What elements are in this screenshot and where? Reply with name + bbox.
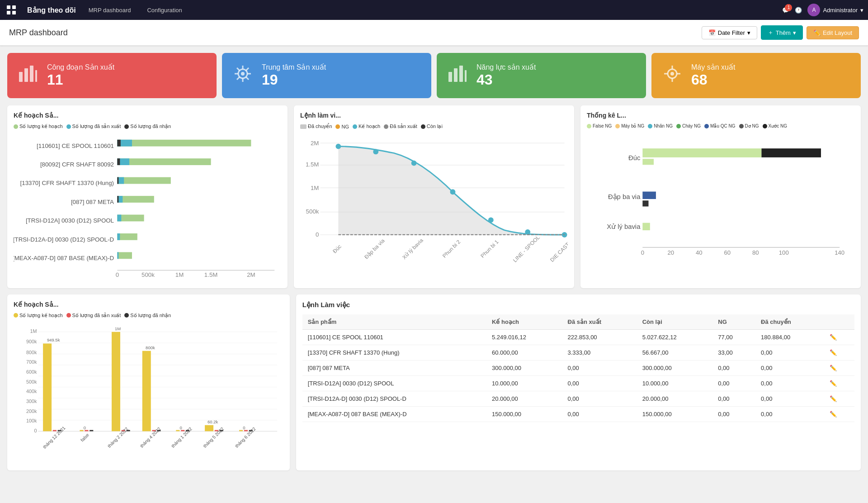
col-actions	[824, 314, 854, 330]
svg-text:300k: 300k	[26, 399, 37, 404]
sub-header-actions: 📅 Date Filter ▾ ＋ Thêm ▾ ✏️ Edit Layout	[702, 25, 859, 40]
svg-text:Xử lý bavia: Xử lý bavia	[607, 223, 641, 230]
app-icon[interactable]	[5, 3, 18, 17]
legend-xuoc-ng-color	[763, 124, 767, 128]
cell-ng: 33,00	[712, 345, 755, 360]
cell-edit[interactable]: ✏️	[824, 375, 854, 391]
svg-rect-89	[642, 192, 656, 199]
svg-rect-121	[43, 343, 52, 431]
legend-item-plan: Số lượng kế hoạch	[14, 123, 63, 129]
page-title: MRP dashboard	[9, 28, 68, 38]
trung-tam-value: 19	[262, 71, 326, 88]
svg-text:500k: 500k	[306, 208, 319, 215]
may-info: Máy sản xuất 68	[691, 63, 735, 88]
row-edit-icon[interactable]: ✏️	[830, 349, 837, 356]
messages-icon[interactable]: 💬 1	[782, 7, 789, 14]
row-edit-icon[interactable]: ✏️	[830, 395, 837, 402]
svg-rect-151	[239, 430, 243, 431]
cell-remaining: 20.000,00	[637, 391, 713, 406]
legend-false-ng: False NG	[587, 123, 612, 128]
cell-ng: 0,00	[712, 406, 755, 422]
bottom-row: Kế hoạch Sả... Số lượng kế hoạch Số lượn…	[7, 294, 861, 471]
legend-item-produced: Số lượng đã sản xuất	[66, 123, 121, 129]
svg-text:500k: 500k	[142, 271, 155, 278]
svg-line-17	[237, 77, 240, 80]
edit-icon: ✏️	[813, 29, 821, 36]
legend-may-bo-color	[615, 124, 620, 128]
row-edit-icon[interactable]: ✏️	[830, 380, 837, 387]
svg-rect-50	[117, 233, 120, 240]
stat-card-may[interactable]: Máy sản xuất 68	[651, 53, 861, 98]
lenh-lam-viec-title: Lệnh làm vi...	[300, 112, 568, 119]
stat-card-nang-luc[interactable]: Năng lực sản xuất 43	[437, 53, 646, 98]
row-edit-icon[interactable]: ✏️	[830, 411, 837, 418]
svg-rect-122	[53, 430, 57, 431]
svg-text:0: 0	[316, 231, 319, 238]
cell-remaining: 5.027.622,12	[637, 329, 713, 345]
svg-rect-126	[80, 430, 83, 431]
svg-text:[087] 087 META: [087] 087 META	[71, 199, 114, 205]
legend-may-bo-label: Máy bỏ NG	[621, 123, 644, 128]
user-info[interactable]: A Administrator ▾	[807, 4, 863, 16]
svg-point-74	[525, 229, 530, 235]
svg-rect-128	[90, 430, 93, 431]
ke-hoach-2-svg: 1M 900k 800k 700k 600k 500k 400k 300k 20…	[14, 322, 283, 463]
clock-icon[interactable]: 🕐	[795, 7, 802, 14]
col-ke-hoach: Kế hoạch	[486, 314, 562, 330]
table-row: [087] 087 META 300.000,00 0,00 300.000,0…	[302, 360, 854, 375]
lenh-lam-viec-chart: Lệnh làm vi... Đã chuyển NG Kế hoạch Đã …	[294, 105, 574, 288]
svg-point-70	[373, 149, 378, 155]
cell-edit[interactable]: ✏️	[824, 406, 854, 422]
legend-xuoc-ng: Xước NG	[763, 123, 787, 128]
svg-rect-6	[30, 66, 33, 82]
nav-configuration[interactable]: Configuration	[143, 5, 185, 15]
cell-edit[interactable]: ✏️	[824, 345, 854, 360]
svg-text:1M: 1M	[115, 326, 121, 331]
cell-product: [TRSI-D12A-D] 0030 (D12) SPOOL-D	[302, 391, 486, 406]
may-icon	[662, 64, 682, 88]
svg-text:800k: 800k	[26, 349, 37, 355]
row-edit-icon[interactable]: ✏️	[830, 365, 837, 371]
cell-plan: 150.000,00	[486, 406, 562, 422]
svg-line-16	[246, 68, 249, 71]
date-filter-button[interactable]: 📅 Date Filter ▾	[702, 26, 757, 39]
cell-transferred: 0,00	[755, 345, 824, 360]
cell-edit[interactable]: ✏️	[824, 391, 854, 406]
nav-mrp-dashboard[interactable]: MRP dashboard	[85, 5, 135, 15]
cell-edit[interactable]: ✏️	[824, 329, 854, 345]
svg-text:0: 0	[84, 425, 86, 430]
legend-da-sx-color	[384, 124, 388, 129]
svg-text:900k: 900k	[26, 339, 37, 344]
svg-text:1M: 1M	[30, 328, 37, 334]
svg-text:140: 140	[835, 249, 844, 256]
stat-card-cong-doan[interactable]: Công đoạn Sản xuất 11	[7, 53, 217, 98]
cell-plan: 300.000,00	[486, 360, 562, 375]
edit-layout-button[interactable]: ✏️ Edit Layout	[807, 26, 859, 39]
legend-ng-color	[335, 124, 340, 129]
svg-text:Đúc: Đúc	[331, 243, 343, 255]
svg-rect-88	[642, 159, 654, 165]
svg-rect-5	[24, 68, 28, 82]
svg-point-69	[335, 144, 341, 149]
row-edit-icon[interactable]: ✏️	[830, 334, 837, 341]
svg-text:0: 0	[243, 425, 245, 430]
cell-transferred: 180.884,00	[755, 329, 824, 345]
table-row: [MEAX-A087-D] 087 BASE (MEAX)-D 150.000,…	[302, 406, 854, 422]
cell-plan: 60.000,00	[486, 345, 562, 360]
cell-edit[interactable]: ✏️	[824, 360, 854, 375]
svg-rect-46	[117, 196, 118, 203]
may-label: Máy sản xuất	[691, 63, 735, 71]
stat-card-trung-tam[interactable]: Trung tâm Sản xuất 19	[222, 53, 431, 98]
svg-text:0: 0	[34, 428, 37, 433]
legend-kh2-received: Số lượng đã nhận	[124, 313, 171, 318]
cell-plan: 20.000,00	[486, 391, 562, 406]
them-button[interactable]: ＋ Thêm ▾	[761, 25, 803, 40]
col-da-chuyen: Đã chuyển	[755, 314, 824, 330]
cell-remaining: 10.000,00	[637, 375, 713, 391]
svg-text:1M: 1M	[175, 271, 184, 278]
cell-transferred: 0,00	[755, 391, 824, 406]
svg-text:[TRSI-D12A] 0030 (D12) SPOOL: [TRSI-D12A] 0030 (D12) SPOOL	[26, 217, 114, 224]
legend-con-lai: Còn lại	[421, 123, 443, 129]
stat-cards: Công đoạn Sản xuất 11	[7, 53, 861, 98]
cell-transferred: 0,00	[755, 375, 824, 391]
